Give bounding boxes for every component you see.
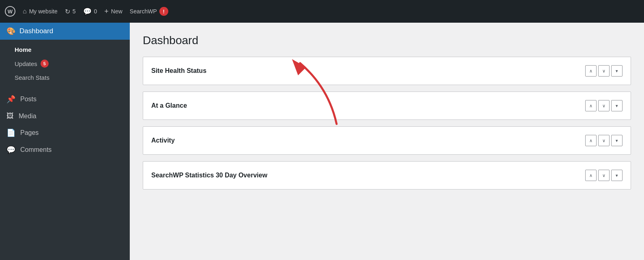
media-label: Media — [19, 113, 36, 120]
site-health-down-btn[interactable]: ∨ — [598, 65, 610, 77]
dashboard-icon: 🎨 — [6, 27, 15, 36]
new-label: New — [111, 8, 122, 15]
updates-button[interactable]: ↻ 5 — [65, 8, 76, 15]
posts-icon: 📌 — [6, 95, 15, 104]
sidebar-item-comments[interactable]: 💬 Comments — [0, 141, 130, 158]
updates-sub-label: Updates — [15, 60, 37, 67]
searchwp-label: SearchWP — [130, 8, 157, 15]
comments-nav-label: Comments — [20, 146, 52, 153]
sidebar-item-home[interactable]: Home — [0, 43, 130, 56]
updates-icon: ↻ — [65, 8, 70, 15]
searchwp-stats-controls: ∧ ∨ ▾ — [585, 170, 623, 181]
sidebar-item-dashboard[interactable]: 🎨 Dashboard — [0, 23, 130, 40]
widget-site-health: Site Health Status ∧ ∨ ▾ — [143, 57, 631, 85]
at-a-glance-up-btn[interactable]: ∧ — [585, 100, 597, 111]
searchwp-stats-title: SearchWP Statistics 30 Day Overview — [151, 172, 267, 179]
media-icon: 🖼 — [6, 112, 14, 120]
site-name-label: My website — [29, 8, 58, 15]
comments-count-label: 0 — [94, 8, 97, 15]
pages-label: Pages — [20, 129, 39, 136]
activity-title: Activity — [151, 137, 175, 144]
sidebar-item-media[interactable]: 🖼 Media — [0, 108, 130, 124]
updates-badge: 5 — [41, 60, 49, 68]
at-a-glance-title: At a Glance — [151, 102, 187, 109]
sidebar-item-pages[interactable]: 📄 Pages — [0, 124, 130, 141]
at-a-glance-down-btn[interactable]: ∨ — [598, 100, 610, 111]
content-area: Dashboard Site Health Status ∧ ∨ ▾ At a … — [130, 23, 644, 260]
site-health-controls: ∧ ∨ ▾ — [585, 65, 623, 77]
posts-label: Posts — [20, 96, 36, 103]
searchwp-button[interactable]: SearchWP ! — [130, 7, 168, 16]
site-name-link[interactable]: ⌂ My website — [23, 8, 58, 15]
sidebar: 🎨 Dashboard Home Updates 5 Search Stats … — [0, 23, 130, 260]
home-sub-label: Home — [15, 46, 32, 53]
comments-icon: 💬 — [83, 7, 92, 16]
sidebar-item-updates[interactable]: Updates 5 — [0, 56, 130, 71]
widgets-container: Site Health Status ∧ ∨ ▾ At a Glance ∧ ∨… — [143, 57, 631, 190]
activity-dropdown-btn[interactable]: ▾ — [611, 135, 623, 146]
new-content-button[interactable]: + New — [104, 7, 122, 16]
site-health-dropdown-btn[interactable]: ▾ — [611, 65, 623, 77]
wp-logo-button[interactable]: W — [5, 6, 15, 17]
activity-up-btn[interactable]: ∧ — [585, 135, 597, 146]
sidebar-item-posts[interactable]: 📌 Posts — [0, 91, 130, 108]
at-a-glance-controls: ∧ ∨ ▾ — [585, 100, 623, 111]
plus-icon: + — [104, 7, 109, 16]
searchwp-alert-icon: ! — [159, 7, 168, 16]
search-stats-label: Search Stats — [15, 74, 49, 81]
widget-at-a-glance: At a Glance ∧ ∨ ▾ — [143, 92, 631, 120]
site-health-up-btn[interactable]: ∧ — [585, 65, 597, 77]
at-a-glance-dropdown-btn[interactable]: ▾ — [611, 100, 623, 111]
searchwp-stats-down-btn[interactable]: ∨ — [598, 170, 610, 181]
site-health-title: Site Health Status — [151, 67, 206, 75]
updates-count-label: 5 — [73, 8, 76, 15]
dashboard-sub-menu: Home Updates 5 Search Stats — [0, 40, 130, 91]
activity-controls: ∧ ∨ ▾ — [585, 135, 623, 146]
admin-bar: W ⌂ My website ↻ 5 💬 0 + New SearchWP ! — [0, 0, 644, 23]
comments-nav-icon: 💬 — [6, 145, 15, 154]
svg-text:W: W — [8, 9, 13, 15]
pages-icon: 📄 — [6, 128, 15, 137]
comments-button[interactable]: 💬 0 — [83, 7, 97, 16]
sidebar-item-search-stats[interactable]: Search Stats — [0, 71, 130, 84]
searchwp-stats-dropdown-btn[interactable]: ▾ — [611, 170, 623, 181]
page-title: Dashboard — [143, 34, 631, 47]
home-icon: ⌂ — [23, 8, 27, 15]
activity-down-btn[interactable]: ∨ — [598, 135, 610, 146]
dashboard-label: Dashboard — [19, 27, 53, 35]
searchwp-stats-up-btn[interactable]: ∧ — [585, 170, 597, 181]
widget-searchwp-stats: SearchWP Statistics 30 Day Overview ∧ ∨ … — [143, 161, 631, 190]
widget-activity: Activity ∧ ∨ ▾ — [143, 126, 631, 155]
main-layout: 🎨 Dashboard Home Updates 5 Search Stats … — [0, 23, 644, 260]
